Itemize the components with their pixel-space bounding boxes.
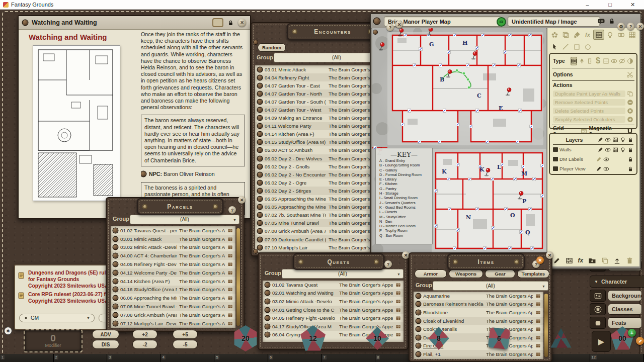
book-icon[interactable] bbox=[395, 315, 401, 321]
encounter-name[interactable]: 06.02 Day 2 - Gnolls bbox=[265, 164, 326, 169]
plus2-button[interactable]: +2 bbox=[132, 330, 157, 339]
map-titlebar[interactable]: Brice Manor Player Map ID Unidentified M… bbox=[371, 14, 640, 29]
layer-row-walls[interactable]: Walls bbox=[553, 145, 633, 154]
book-icon[interactable] bbox=[395, 290, 401, 296]
pencil-icon[interactable] bbox=[553, 257, 560, 264]
hotkey-slot[interactable]: 5 bbox=[214, 354, 268, 362]
item-name[interactable]: Baroness Reinson's Necklac bbox=[423, 301, 484, 307]
encounter-link-icon[interactable] bbox=[258, 124, 262, 128]
armor-filter-button[interactable]: Armor bbox=[415, 269, 447, 278]
settings-button[interactable]: ⚙ bbox=[617, 23, 625, 30]
book-icon[interactable] bbox=[535, 318, 541, 324]
encounter-link-icon[interactable] bbox=[258, 197, 262, 201]
parcel-row[interactable]: 04.14 Kitchen (Area F) The Brain Gorger'… bbox=[111, 277, 235, 286]
item-name[interactable]: Flail, +1 bbox=[423, 351, 484, 357]
layer-row-dm-labels[interactable]: DM Labels bbox=[553, 154, 633, 164]
parcel-name[interactable]: 01.02 Tavaras Quest - per P bbox=[120, 228, 177, 233]
item-name[interactable]: Aquamarine bbox=[423, 293, 484, 299]
encounter-link-icon[interactable] bbox=[258, 83, 262, 88]
parcel-row[interactable]: 04.16 Study/Office (Area M) The Brain Go… bbox=[111, 286, 235, 294]
book-icon[interactable] bbox=[535, 301, 541, 307]
item-row[interactable]: Aquamarine The Brain Gorgers Appetite bbox=[414, 292, 543, 300]
book-icon[interactable] bbox=[227, 228, 233, 233]
close-button[interactable]: ✕ bbox=[546, 251, 553, 259]
parcel-link-icon[interactable] bbox=[113, 228, 118, 233]
parcel-row[interactable]: 07.08 Grick Ambush (Area 7 The Brain Gor… bbox=[111, 311, 235, 319]
npc-link-icon[interactable] bbox=[141, 171, 146, 176]
wall-add-icon[interactable] bbox=[566, 257, 573, 264]
ruleset-note-icon[interactable] bbox=[17, 292, 25, 300]
book-icon[interactable] bbox=[227, 244, 233, 250]
encounter-link-icon[interactable] bbox=[258, 67, 262, 72]
encounter-link-icon[interactable] bbox=[258, 148, 262, 152]
parcel-name[interactable]: 04.16 Study/Office (Area M) bbox=[120, 287, 177, 292]
book-icon[interactable] bbox=[227, 295, 233, 301]
scrollbar[interactable] bbox=[236, 228, 240, 326]
quest-name[interactable]: 04.01 Getting Close to the C bbox=[272, 307, 337, 313]
parcels-list[interactable]: 01.02 Tavaras Quest - per P The Brain Go… bbox=[111, 226, 235, 328]
folder-add-icon[interactable] bbox=[588, 256, 596, 264]
type-door[interactable] bbox=[587, 57, 593, 65]
encounter-link-icon[interactable] bbox=[258, 221, 262, 225]
x-circle-icon[interactable] bbox=[627, 108, 633, 114]
item-row[interactable]: Cook's Utensils The Brain Gorgers Appeti… bbox=[414, 325, 543, 333]
quest-row[interactable]: 04.01 Getting Close to the C The Brain G… bbox=[263, 306, 404, 314]
encounter-name[interactable]: 04.04 Refinery Fight bbox=[265, 75, 326, 80]
minus2-button[interactable]: -2 bbox=[132, 340, 157, 349]
items-list[interactable]: Aquamarine The Brain Gorgers Appetite Ba… bbox=[414, 292, 543, 359]
encounter-name[interactable]: 06.05 Approaching the Mine bbox=[265, 204, 326, 210]
npc-link-row[interactable]: NPC: Baron Oliver Reinson bbox=[141, 171, 245, 177]
encounter-name[interactable]: 04.07 Garden Tour - North bbox=[265, 91, 326, 97]
story-window[interactable]: Watching and Waiting ✕ Watching and Wait… bbox=[18, 15, 251, 219]
item-row[interactable]: Flail, +1 The Brain Gorgers Appetite bbox=[414, 350, 543, 358]
book-icon[interactable] bbox=[535, 335, 541, 340]
quest-name[interactable]: 02.01 Watching and Waiting bbox=[272, 290, 337, 296]
weapons-filter-button[interactable]: Weapons bbox=[449, 269, 483, 278]
parcel-name[interactable]: 04.14 Kitchen (Area F) bbox=[120, 279, 177, 284]
eye-icon[interactable] bbox=[605, 137, 611, 143]
book-icon[interactable] bbox=[227, 279, 233, 284]
walls-tool[interactable] bbox=[593, 30, 604, 40]
encounter-name[interactable]: 04.11 Welcome Party bbox=[265, 123, 326, 129]
action-delete-points[interactable]: Delete Selected Points bbox=[553, 108, 625, 114]
minus-circle-icon[interactable] bbox=[627, 99, 633, 106]
encounter-link-icon[interactable] bbox=[258, 213, 262, 217]
book-icon[interactable] bbox=[395, 299, 401, 304]
close-button[interactable]: ✕ bbox=[238, 196, 246, 204]
quest-name[interactable]: 03.02 Mimic Attack -Develo bbox=[272, 299, 337, 304]
quests-strap[interactable]: Quests bbox=[293, 253, 384, 270]
random-button[interactable]: Random bbox=[258, 43, 286, 52]
book-icon[interactable] bbox=[535, 326, 541, 332]
trash-icon[interactable] bbox=[626, 257, 633, 264]
action-duplicate-paint[interactable]: Duplicate Paint Layer As Walls bbox=[553, 90, 625, 97]
item-name[interactable]: Fire Opal bbox=[423, 343, 484, 348]
encounter-name[interactable]: 07.10 Marlipp's Lair bbox=[265, 245, 326, 250]
book-icon[interactable] bbox=[227, 253, 233, 258]
book-icon[interactable] bbox=[395, 332, 401, 337]
maximize-button[interactable]: □ bbox=[599, 2, 621, 8]
adv-button[interactable]: ADV bbox=[92, 330, 119, 339]
eye-icon[interactable] bbox=[603, 166, 609, 172]
parcel-link-icon[interactable] bbox=[113, 304, 118, 309]
encounter-link-icon[interactable] bbox=[258, 172, 262, 177]
encounter-name[interactable]: 04.09 Making an Entrance bbox=[265, 115, 326, 121]
encounter-name[interactable]: 04.15 Study/Office (Area M) bbox=[265, 139, 326, 145]
type-window[interactable] bbox=[603, 57, 609, 65]
map-identified-field[interactable]: Unidentified Map / Image bbox=[508, 16, 600, 27]
action-simplify-occluders[interactable]: Simplify Selected Occluders bbox=[553, 116, 625, 123]
paint-icon[interactable] bbox=[596, 156, 602, 162]
copy-icon[interactable] bbox=[601, 257, 609, 264]
parcel-row[interactable]: 04.00 ACT 4: Chamberlain E The Brain Gor… bbox=[111, 251, 235, 260]
book-icon[interactable] bbox=[227, 304, 233, 309]
map-canvas[interactable]: —KEY— A - Grand EntryB - Lounge/Sitting … bbox=[372, 28, 546, 266]
encounters-strap[interactable]: Encounters bbox=[287, 23, 378, 40]
encounter-name[interactable]: 06.02 Day 2 - Stirges bbox=[265, 188, 326, 194]
parcel-name[interactable]: 04.05 Refinery Fight -Develo bbox=[120, 261, 177, 267]
parcel-name[interactable]: 06.06 Approaching the Mine bbox=[120, 295, 177, 301]
encounter-name[interactable]: 06.05 Approaching the Mine bbox=[265, 196, 326, 202]
hotkey-slot[interactable]: 1 bbox=[0, 354, 54, 362]
help-button[interactable]: ? bbox=[627, 23, 634, 30]
encounter-link-icon[interactable] bbox=[258, 245, 262, 250]
book-icon[interactable] bbox=[535, 310, 541, 315]
help-button[interactable]: ? bbox=[386, 24, 394, 31]
